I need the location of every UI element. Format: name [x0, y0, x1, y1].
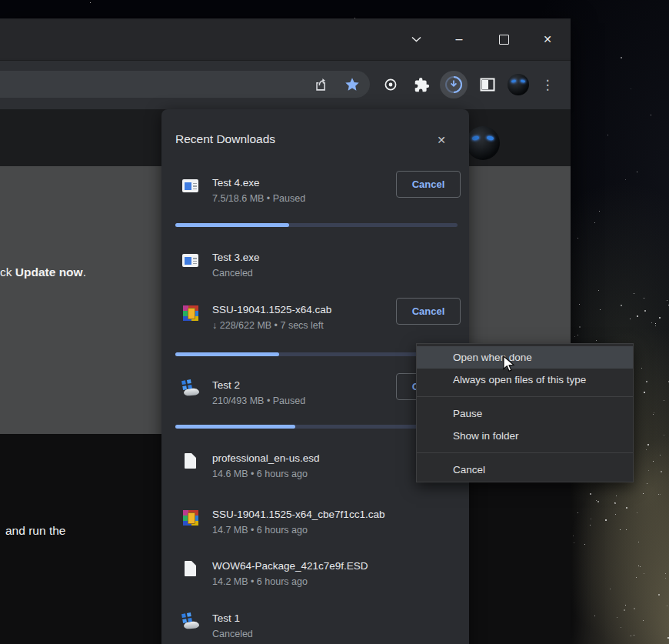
star: [664, 435, 664, 435]
download-row[interactable]: WOW64-Package_421c7e9f.ESD14.2 MB • 6 ho…: [161, 559, 469, 595]
star: [630, 319, 631, 319]
star: [590, 525, 591, 526]
window-maximize-button[interactable]: [486, 18, 521, 60]
star: [634, 608, 635, 609]
star: [658, 594, 660, 596]
download-row[interactable]: SSU-19041.1525-x64.cab↓ 228/622 MB • 7 s…: [161, 303, 469, 339]
star: [634, 293, 634, 294]
star: [643, 493, 644, 494]
star: [638, 542, 639, 542]
installer-disk-icon: [181, 379, 200, 398]
star: [573, 536, 574, 536]
eye-icon[interactable]: [377, 71, 404, 98]
download-row[interactable]: Test 4.exe7.5/18.6 MB • PausedCancel: [161, 176, 469, 212]
star: [631, 88, 631, 89]
star: [651, 322, 652, 323]
document-icon: [181, 560, 200, 579]
star: [631, 636, 631, 636]
menu-item-always-open-files-of-this-type[interactable]: Always open files of this type: [417, 369, 633, 391]
document-icon: [181, 452, 200, 471]
star: [644, 392, 645, 393]
download-filename[interactable]: Test 3.exe: [212, 251, 391, 264]
download-row[interactable]: Test 1Canceled: [161, 612, 469, 644]
panel-title: Recent Downloads: [175, 132, 275, 146]
download-row[interactable]: Test 3.exeCanceled: [161, 251, 469, 286]
installer-disk-icon: [181, 612, 200, 631]
download-progress-bar: [175, 425, 458, 429]
application-icon: [181, 177, 200, 195]
download-status: 14.6 MB • 6 hours ago: [212, 469, 308, 479]
profile-avatar[interactable]: [508, 74, 529, 95]
download-filename[interactable]: WOW64-Package_421c7e9f.ESD: [212, 559, 391, 572]
star: [638, 566, 639, 566]
star: [577, 512, 578, 513]
download-filename[interactable]: Test 2: [212, 379, 391, 392]
star: [648, 470, 649, 471]
menu-separator: [417, 396, 633, 397]
star: [665, 573, 666, 574]
maximize-icon: [499, 35, 509, 45]
star: [660, 494, 661, 495]
download-status: Canceled: [212, 268, 253, 279]
download-status: Canceled: [212, 629, 253, 639]
star: [625, 179, 626, 180]
window-minimize-button[interactable]: –: [441, 18, 477, 60]
share-icon[interactable]: [308, 71, 335, 98]
star: [667, 606, 667, 606]
star: [596, 340, 597, 341]
star: [579, 326, 581, 328]
download-progress-fill: [175, 352, 279, 356]
menu-separator: [417, 452, 633, 453]
download-filename[interactable]: professional_en-us.esd: [212, 452, 391, 465]
star: [579, 304, 580, 305]
star: [596, 500, 597, 501]
screen: – ✕: [0, 0, 669, 644]
browser-window: – ✕: [0, 18, 571, 644]
extensions-puzzle-icon[interactable]: [408, 71, 435, 98]
star: [644, 298, 644, 299]
star: [605, 519, 607, 521]
star: [621, 627, 621, 628]
download-cancel-button[interactable]: Cancel: [396, 171, 461, 198]
menu-item-open-when-done[interactable]: Open when done: [417, 346, 633, 369]
webpage-avatar: [466, 126, 500, 160]
downloads-toolbar-button[interactable]: [440, 71, 468, 98]
panel-close-icon[interactable]: ✕: [432, 131, 451, 149]
download-status: 14.7 MB • 6 hours ago: [212, 525, 308, 536]
star: [643, 620, 644, 621]
star: [664, 400, 664, 401]
download-status: 7.5/18.6 MB • Paused: [212, 193, 305, 204]
menu-item-pause[interactable]: Pause: [417, 402, 633, 425]
star: [667, 300, 667, 301]
star: [637, 315, 638, 317]
star: [637, 512, 637, 513]
download-status: 210/493 MB • Paused: [212, 395, 305, 406]
download-filename[interactable]: SSU-19041.1525-x64.cab: [212, 303, 391, 316]
download-row[interactable]: SSU-19041.1525-x64_cbe7f1cc1.cab14.7 MB …: [161, 508, 469, 543]
download-progress-fill: [175, 223, 289, 227]
menu-item-cancel[interactable]: Cancel: [417, 459, 633, 481]
window-chevron-down-icon[interactable]: [398, 18, 434, 60]
window-close-button[interactable]: ✕: [530, 18, 565, 60]
application-icon: [181, 252, 200, 270]
star: [591, 519, 591, 519]
download-filename[interactable]: Test 1: [212, 612, 391, 625]
star: [577, 335, 578, 335]
download-filename[interactable]: SSU-19041.1525-x64_cbe7f1cc1.cab: [212, 508, 391, 521]
download-filename[interactable]: Test 4.exe: [212, 176, 391, 189]
bookmark-star-icon[interactable]: [338, 71, 366, 98]
menu-item-show-in-folder[interactable]: Show in folder: [417, 425, 633, 447]
star: [610, 589, 611, 589]
star: [653, 461, 654, 462]
star: [665, 578, 666, 579]
browser-menu-icon[interactable]: ⋮: [534, 71, 561, 98]
side-panel-icon[interactable]: [474, 71, 501, 98]
star: [654, 412, 654, 413]
download-cancel-button[interactable]: Cancel: [396, 298, 461, 325]
download-progress-bar: [175, 223, 458, 227]
star: [594, 222, 595, 223]
browser-toolbar: ⋮: [0, 60, 571, 109]
star: [637, 172, 637, 172]
winrar-archive-icon: [181, 304, 200, 322]
star: [584, 544, 585, 545]
